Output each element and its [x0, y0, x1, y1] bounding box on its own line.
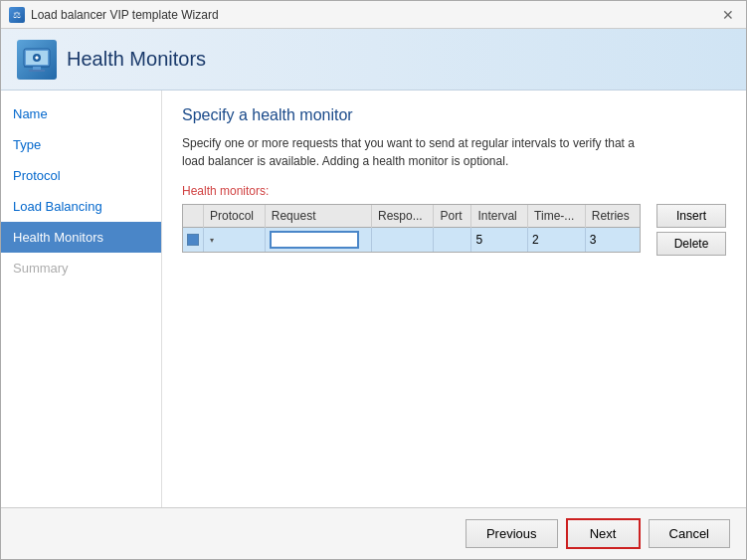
wizard-window: ⚖ Load balancer VIP template Wizard ✕ He…: [0, 0, 747, 560]
header-icon: [17, 40, 57, 80]
title-bar: ⚖ Load balancer VIP template Wizard ✕: [1, 1, 746, 29]
header-banner: Health Monitors: [1, 29, 746, 91]
table-action-buttons: Insert Delete: [656, 204, 726, 256]
next-button[interactable]: Next: [566, 518, 641, 549]
col-header-response: Respo...: [371, 205, 434, 228]
window-title: Load balancer VIP template Wizard: [31, 8, 219, 22]
delete-button[interactable]: Delete: [656, 232, 726, 256]
col-header-checkbox: [183, 205, 204, 228]
health-monitors-table: Protocol Request Respo... Port Interval …: [183, 205, 640, 252]
sidebar-item-protocol[interactable]: Protocol: [1, 160, 161, 191]
health-monitors-table-container: Protocol Request Respo... Port Interval …: [182, 204, 641, 253]
col-header-retries: Retries: [585, 205, 640, 228]
row-protocol[interactable]: ▾: [204, 228, 266, 253]
sidebar-item-summary: Summary: [1, 253, 161, 283]
sidebar-item-name[interactable]: Name: [1, 98, 161, 129]
section-label: Health monitors:: [182, 184, 726, 198]
row-select[interactable]: [183, 228, 204, 253]
sidebar-item-load-balancing[interactable]: Load Balancing: [1, 191, 161, 222]
header-title: Health Monitors: [67, 48, 206, 71]
row-timeout: 2: [528, 228, 586, 253]
content-area: Specify a health monitor Specify one or …: [162, 91, 746, 507]
close-button[interactable]: ✕: [718, 5, 738, 25]
svg-rect-4: [29, 70, 45, 72]
col-header-interval: Interval: [471, 205, 528, 228]
footer: Previous Next Cancel: [1, 507, 746, 559]
previous-button[interactable]: Previous: [466, 519, 558, 548]
row-interval: 5: [471, 228, 528, 253]
col-header-timeout: Time-...: [528, 205, 586, 228]
request-input[interactable]: [270, 231, 359, 249]
sidebar-item-type[interactable]: Type: [1, 129, 161, 160]
row-request[interactable]: [265, 228, 371, 253]
main-content: Name Type Protocol Load Balancing Health…: [1, 91, 746, 507]
sidebar: Name Type Protocol Load Balancing Health…: [1, 91, 162, 507]
insert-button[interactable]: Insert: [656, 204, 726, 228]
svg-rect-3: [33, 67, 41, 70]
content-description: Specify one or more requests that you wa…: [182, 134, 650, 170]
cancel-button[interactable]: Cancel: [649, 519, 730, 548]
row-response: [371, 228, 434, 253]
content-title: Specify a health monitor: [182, 106, 726, 124]
table-row: ▾ 5 2 3: [183, 228, 640, 253]
table-header-row: Protocol Request Respo... Port Interval …: [183, 205, 640, 228]
col-header-protocol: Protocol: [204, 205, 266, 228]
col-header-port: Port: [434, 205, 471, 228]
app-icon: ⚖: [9, 7, 25, 23]
row-retries: 3: [585, 228, 640, 253]
col-header-request: Request: [265, 205, 371, 228]
sidebar-item-health-monitors[interactable]: Health Monitors: [1, 222, 161, 253]
row-port: [434, 228, 471, 253]
protocol-dropdown-arrow[interactable]: ▾: [210, 236, 214, 245]
